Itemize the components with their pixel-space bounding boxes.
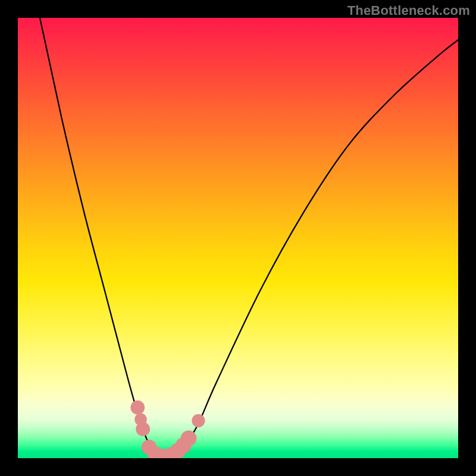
curve-layer <box>18 18 458 458</box>
watermark-text: TheBottleneck.com <box>347 3 470 18</box>
highlighted-points <box>130 400 205 458</box>
marker-dot <box>192 414 205 427</box>
marker-dot <box>136 422 150 436</box>
marker-dot <box>130 400 145 415</box>
chart-frame: TheBottleneck.com <box>0 0 476 476</box>
bottleneck-curve <box>18 18 458 458</box>
marker-dot <box>181 430 197 446</box>
plot-area <box>18 18 458 458</box>
